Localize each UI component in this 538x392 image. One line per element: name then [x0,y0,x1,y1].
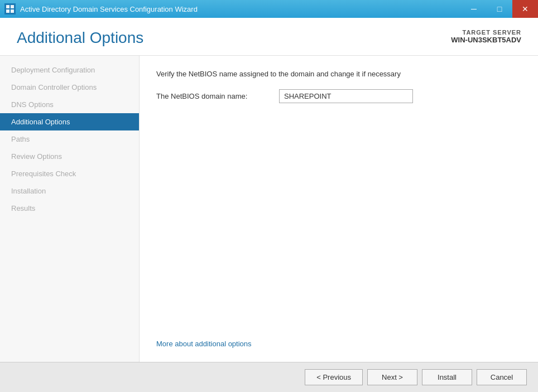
footer: < Previous Next > Install Cancel [0,362,538,392]
sidebar-item-additional-options[interactable]: Additional Options [0,113,139,130]
window-title: Active Directory Domain Services Configu… [20,5,198,13]
maximize-button[interactable]: □ [487,0,512,18]
netbios-label: The NetBIOS domain name: [156,92,279,100]
sidebar-item-results[interactable]: Results [0,200,139,217]
netbios-form-row: The NetBIOS domain name: [156,89,521,103]
svg-rect-1 [11,5,14,8]
sidebar-item-review-options[interactable]: Review Options [0,148,139,165]
netbios-input[interactable] [279,89,413,103]
previous-button[interactable]: < Previous [305,369,363,385]
sidebar-item-prerequisites-check[interactable]: Prerequisites Check [0,165,139,182]
main-window: Additional Options TARGET SERVER WIN-UN3… [0,18,538,392]
app-icon [4,3,16,14]
main-panel: Verify the NetBIOS name assigned to the … [140,56,538,362]
sidebar: Deployment Configuration Domain Controll… [0,56,140,362]
close-button[interactable]: ✕ [512,0,538,18]
title-bar: Active Directory Domain Services Configu… [0,0,538,18]
target-server-name: WIN-UN3SKBT5ADV [451,36,521,44]
svg-rect-3 [11,9,14,13]
install-button[interactable]: Install [422,369,472,385]
target-server-label: TARGET SERVER [451,29,521,36]
sidebar-item-dns-options[interactable]: DNS Options [0,96,139,113]
sidebar-item-deployment-configuration[interactable]: Deployment Configuration [0,61,139,79]
description-text: Verify the NetBIOS name assigned to the … [156,70,521,78]
page-title: Additional Options [17,29,143,47]
window-controls[interactable]: ─ □ ✕ [461,0,538,18]
more-link[interactable]: More about additional options [156,340,521,348]
sidebar-item-installation[interactable]: Installation [0,182,139,200]
target-server-info: TARGET SERVER WIN-UN3SKBT5ADV [451,29,521,44]
sidebar-item-domain-controller-options[interactable]: Domain Controller Options [0,79,139,96]
spacer [156,112,521,340]
sidebar-item-paths[interactable]: Paths [0,130,139,148]
content-area: Deployment Configuration Domain Controll… [0,56,538,362]
cancel-button[interactable]: Cancel [477,369,527,385]
minimize-button[interactable]: ─ [461,0,487,18]
next-button[interactable]: Next > [367,369,417,385]
svg-rect-0 [6,5,9,8]
svg-rect-2 [6,9,9,13]
page-header: Additional Options TARGET SERVER WIN-UN3… [0,18,538,56]
